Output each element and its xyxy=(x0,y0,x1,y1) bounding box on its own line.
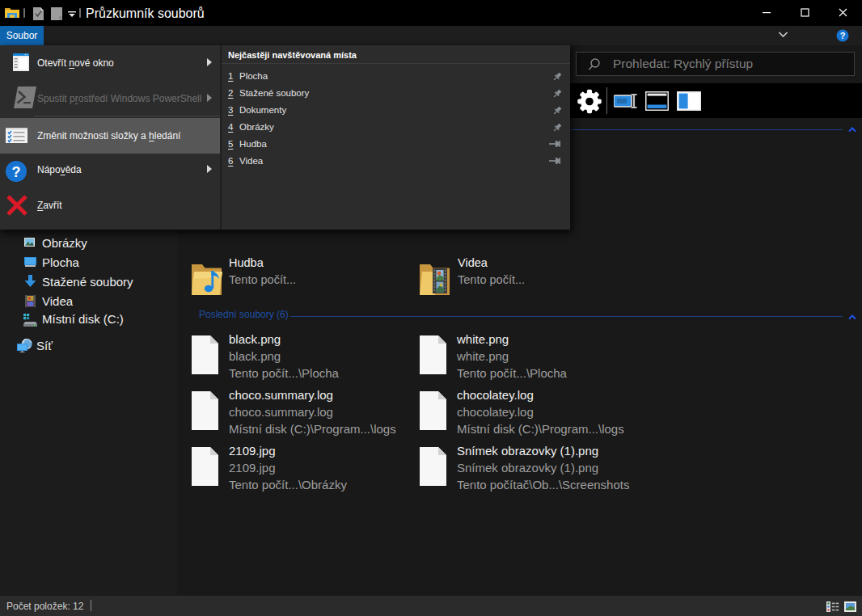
svg-text:?: ? xyxy=(840,31,846,40)
svg-text:?: ? xyxy=(12,164,21,180)
